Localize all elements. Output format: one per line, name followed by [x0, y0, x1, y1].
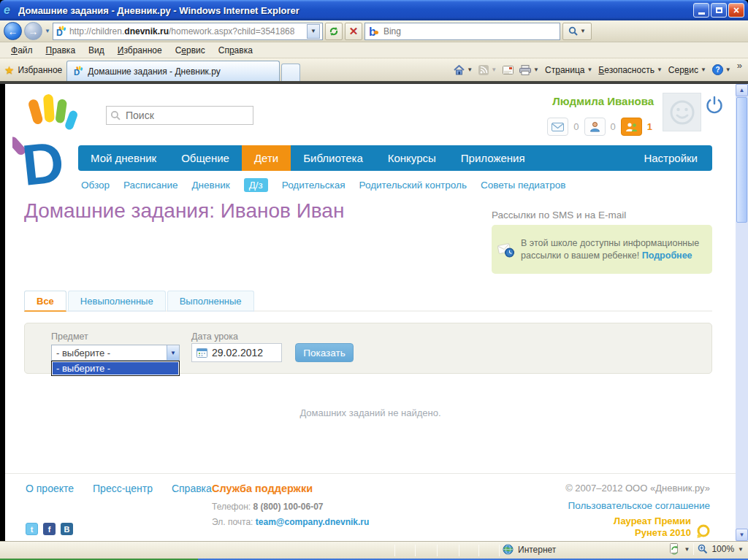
tab-all[interactable]: Все: [24, 291, 66, 312]
favorites-button[interactable]: ★ Избранное: [3, 58, 66, 81]
nav-contests[interactable]: Конкурсы: [375, 145, 449, 171]
email-link[interactable]: team@company.dnevnik.ru: [256, 517, 370, 527]
nav-my-diary[interactable]: Мой дневник: [78, 145, 169, 171]
address-dropdown-icon[interactable]: ▼: [307, 24, 320, 39]
restore-button[interactable]: [711, 3, 727, 18]
menu-file[interactable]: Файл: [4, 44, 39, 57]
sms-promo-more-link[interactable]: Подробнее: [642, 250, 692, 261]
smiley-placeholder-icon: [668, 98, 697, 127]
menu-view[interactable]: Вид: [82, 44, 111, 57]
subject-dropdown-option[interactable]: - выберите -: [53, 362, 178, 375]
show-button[interactable]: Показать: [295, 343, 354, 362]
browser-tab[interactable]: D Домашние задания - Дневник.ру: [66, 61, 280, 81]
feeds-button[interactable]: ▼: [478, 65, 497, 75]
back-button[interactable]: ←: [4, 22, 22, 40]
date-value: 29.02.2012: [212, 347, 263, 358]
subject-select[interactable]: - выберите - ▼: [51, 345, 180, 361]
statusbar-separator: [693, 543, 694, 555]
logout-button[interactable]: [705, 96, 724, 118]
bing-search-box[interactable]: b: [365, 23, 560, 40]
user-name-link[interactable]: Людмила Иванова: [552, 95, 654, 107]
subnav-homework[interactable]: Д/з: [244, 178, 268, 192]
facebook-icon[interactable]: f: [43, 523, 56, 535]
vkontakte-icon[interactable]: B: [61, 523, 73, 535]
nav-apps[interactable]: Приложения: [449, 145, 538, 171]
runet-award: Лауреат Премии Рунета 2010: [614, 515, 710, 540]
window-title: Домашние задания - Дневник.ру - Windows …: [18, 5, 693, 16]
date-field[interactable]: 29.02.2012: [191, 343, 282, 362]
title-bar: e Домашние задания - Дневник.ру - Window…: [0, 0, 748, 20]
footer-press-link[interactable]: Пресс-центр: [93, 483, 153, 494]
twitter-icon[interactable]: t: [26, 523, 38, 535]
rss-icon: [478, 65, 489, 75]
protected-mode-icon[interactable]: [668, 543, 680, 555]
subject-dropdown-list: - выберите -: [51, 361, 180, 376]
menu-edit[interactable]: Правка: [39, 44, 83, 57]
address-field[interactable]: D http://children.dnevnik.ru/homework.as…: [53, 23, 323, 40]
menu-tools[interactable]: Сервис: [169, 44, 212, 57]
site-search: [106, 106, 253, 125]
hand-logo-icon: D: [12, 90, 83, 207]
select-arrow-icon[interactable]: ▼: [167, 345, 179, 360]
contacts-button[interactable]: [584, 118, 606, 136]
protected-mode-dropdown-icon[interactable]: ▼: [684, 546, 690, 553]
contacts-count: 0: [611, 121, 616, 132]
help-menu-button[interactable]: ? ▼: [712, 64, 731, 75]
nav-children[interactable]: Дети: [242, 145, 291, 171]
nav-communication[interactable]: Общение: [169, 145, 242, 171]
zoom-level[interactable]: 100%: [711, 544, 734, 554]
footer-help-link[interactable]: Справка: [172, 483, 212, 494]
avatar[interactable]: [663, 93, 701, 131]
subnav-overview[interactable]: Обзор: [81, 180, 110, 191]
bing-search-input[interactable]: [383, 26, 556, 37]
menu-help[interactable]: Справка: [212, 44, 259, 57]
subnav-pediatrician-tips[interactable]: Советы педиатров: [481, 180, 566, 191]
zoom-icon[interactable]: [698, 544, 708, 554]
home-button[interactable]: ▼: [454, 65, 473, 75]
zoom-dropdown-icon[interactable]: ▼: [738, 546, 744, 553]
dnevnik-logo[interactable]: D: [12, 90, 83, 210]
nav-library[interactable]: Библиотека: [291, 145, 375, 171]
site-search-input[interactable]: [106, 106, 253, 125]
stop-button[interactable]: ✕: [345, 23, 362, 40]
vertical-scrollbar[interactable]: ▲ ▼: [736, 84, 748, 541]
toolbar-overflow-button[interactable]: »: [737, 60, 742, 71]
messages-button[interactable]: [547, 118, 568, 136]
history-dropdown-icon[interactable]: ▼: [45, 28, 50, 34]
tab-not-done[interactable]: Невыполненные: [68, 291, 166, 312]
page-menu-button[interactable]: Страница▼: [545, 65, 592, 75]
scroll-down-button[interactable]: ▼: [736, 529, 748, 541]
ie-window: e Домашние задания - Дневник.ру - Window…: [0, 0, 748, 560]
security-menu-button[interactable]: Безопасность▼: [598, 65, 662, 75]
subnav-diary[interactable]: Дневник: [191, 180, 229, 191]
new-tab-button[interactable]: [281, 64, 300, 81]
print-button[interactable]: ▼: [519, 65, 539, 75]
subnav-parents[interactable]: Родительская: [282, 180, 346, 191]
favorites-star-icon: ★: [4, 64, 14, 77]
menu-bar: Файл Правка Вид Избранное Сервис Справка: [0, 42, 748, 58]
refresh-button[interactable]: [325, 23, 343, 40]
minimize-button[interactable]: [693, 3, 709, 18]
tab-done[interactable]: Выполненные: [167, 291, 254, 312]
phone-number: 8 (800) 100-06-07: [253, 502, 323, 512]
subnav-parental-control[interactable]: Родительский контроль: [359, 180, 467, 191]
close-button[interactable]: ×: [728, 3, 744, 18]
nav-settings[interactable]: Настройки: [629, 145, 712, 171]
search-options-dropdown-icon[interactable]: ▼: [580, 28, 586, 34]
calendar-icon: [196, 348, 207, 358]
forward-button[interactable]: →: [24, 22, 42, 40]
svg-text:D: D: [19, 129, 67, 197]
menu-favorites[interactable]: Избранное: [111, 44, 169, 57]
zone-label: Интернет: [518, 545, 556, 555]
search-go-button[interactable]: ▼: [562, 23, 592, 40]
footer-about-link[interactable]: О проекте: [26, 483, 74, 494]
tools-menu-button[interactable]: Сервис▼: [668, 65, 706, 75]
sms-promo-box: В этой школе доступны информационные рас…: [492, 225, 712, 274]
agreement-link[interactable]: Пользовательское соглашение: [568, 500, 710, 511]
invites-button[interactable]: [621, 118, 642, 136]
subnav-schedule[interactable]: Расписание: [123, 180, 178, 191]
scroll-up-button[interactable]: ▲: [736, 84, 748, 96]
scrollbar-thumb[interactable]: [736, 97, 747, 223]
read-mail-button[interactable]: [503, 66, 514, 74]
internet-globe-icon: [503, 544, 514, 555]
